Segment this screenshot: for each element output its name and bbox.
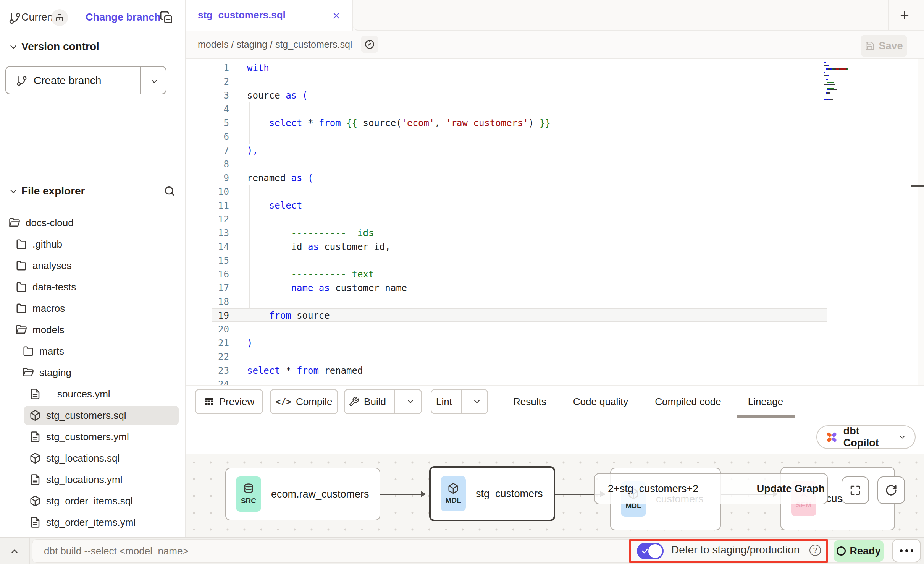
refresh-button[interactable] (877, 476, 905, 504)
preview-label: Preview (219, 396, 254, 408)
file-tree-label: stg_locations.sql (46, 452, 120, 464)
code-editor[interactable]: 1with23source as (45 select * from {{ so… (186, 59, 924, 385)
lint-dropdown[interactable] (467, 397, 487, 406)
new-tab-plus-icon[interactable] (899, 10, 910, 21)
compass-icon (364, 39, 375, 50)
save-button[interactable]: Save (861, 35, 907, 57)
file-tree-item-stg-customers-yml[interactable]: stg_customers.yml (0, 426, 186, 447)
fullscreen-button[interactable] (842, 476, 869, 504)
file-tree-item-stg-locations-yml[interactable]: stg_locations.yml (0, 469, 186, 490)
close-icon[interactable] (331, 11, 341, 21)
file-tree-label: docs-cloud (26, 217, 74, 229)
wrench-icon (349, 396, 359, 407)
line-number: 17 (193, 281, 229, 295)
toolbar-divider (493, 387, 493, 417)
file-tree-item-stg-order-items-sql[interactable]: stg_order_items.sql (0, 490, 186, 512)
file-tree-label: __sources.yml (46, 388, 110, 400)
code-text: renamed as ( (247, 171, 313, 185)
code-line-10: 10 (186, 185, 924, 199)
code-line-2: 2 (186, 75, 924, 89)
tab-strip (353, 0, 924, 31)
tab-lineage[interactable]: Lineage (748, 386, 783, 418)
code-line-15: 15 (186, 254, 924, 267)
file-tree-item-docs-cloud[interactable]: docs-cloud (0, 212, 186, 233)
lineage-node-source[interactable]: SRC ecom.raw_customers (225, 468, 380, 520)
file-tree-item-macros[interactable]: macros (0, 298, 186, 319)
update-graph-button[interactable]: Update Graph (754, 474, 827, 504)
tab-results[interactable]: Results (513, 386, 546, 418)
file-icon (29, 517, 41, 528)
file-tree-item--github[interactable]: .github (0, 233, 186, 255)
code-line-5: 5 select * from {{ source('ecom', 'raw_c… (186, 116, 924, 130)
preview-button[interactable]: Preview (195, 389, 263, 414)
code-text: ), (247, 144, 258, 157)
model-icon (29, 495, 41, 507)
code-text: with (247, 61, 269, 75)
file-tree-label: stg_customers.yml (46, 431, 129, 443)
file-explorer-header[interactable]: File explorer (0, 183, 185, 199)
tab-code-quality[interactable]: Code quality (573, 386, 628, 418)
file-tree-item-staging[interactable]: staging (0, 362, 186, 383)
copilot-compass-button[interactable] (361, 36, 378, 53)
tabbar-divider (888, 0, 889, 31)
line-number: 14 (193, 240, 229, 254)
code-text: from source (247, 309, 330, 323)
code-line-18: 18 (186, 295, 924, 309)
file-icon (29, 388, 41, 400)
lint-button[interactable]: Lint (431, 389, 488, 414)
file-tree-item-data-tests[interactable]: data-tests (0, 276, 186, 298)
src-badge: SRC (236, 476, 261, 512)
sidebar: Current Change branch Version control Cr… (0, 0, 186, 537)
more-options-button[interactable] (892, 539, 921, 562)
build-button[interactable]: Build (344, 389, 422, 414)
search-icon[interactable] (163, 185, 176, 197)
file-tree-item-models[interactable]: models (0, 319, 186, 340)
line-number: 24 (193, 378, 229, 385)
file-tree-label: stg_customers.sql (46, 410, 126, 421)
file-tree-label: stg_order_items.sql (46, 495, 133, 507)
copy-branch-icon[interactable] (160, 11, 173, 24)
line-number: 1 (193, 61, 229, 75)
line-number: 20 (193, 323, 229, 336)
file-tree-item-stg-order-items-yml[interactable]: stg_order_items.yml (0, 512, 186, 533)
help-question-icon[interactable]: ? (809, 545, 821, 556)
lineage-canvas[interactable]: SRC ecom.raw_customers MDL stg_customers… (186, 454, 924, 537)
defer-toggle[interactable] (637, 543, 664, 559)
line-number: 22 (193, 350, 229, 364)
line-number: 19 (193, 309, 229, 323)
code-text: name as customer_name (247, 281, 407, 295)
tab-stg-customers[interactable]: stg_customers.sql (186, 0, 353, 31)
chevron-down-icon (898, 433, 906, 442)
status-bar: dbt build --select <model_name> Defer to… (0, 537, 924, 564)
compile-button[interactable]: </> Compile (270, 389, 338, 414)
breadcrumb-row: models / staging / stg_customers.sql Sav… (186, 31, 924, 59)
code-line-14: 14 id as customer_id, (186, 240, 924, 254)
file-tree-item-stg-customers-sql[interactable]: stg_customers.sql (0, 405, 186, 426)
file-tree-item--sources-yml[interactable]: __sources.yml (0, 383, 186, 405)
save-icon (865, 41, 875, 51)
create-branch-button[interactable]: Create branch (5, 66, 166, 94)
file-icon (29, 474, 41, 485)
dbt-copilot-logo-icon (825, 430, 838, 444)
code-line-9: 9renamed as ( (186, 171, 924, 185)
folder-icon (16, 281, 27, 293)
code-line-12: 12 (186, 212, 924, 226)
line-number: 23 (193, 364, 229, 378)
change-branch-link[interactable]: Change branch (86, 11, 161, 23)
file-tree-label: .github (32, 238, 62, 250)
file-tree-item-stg-locations-sql[interactable]: stg_locations.sql (0, 447, 186, 469)
line-number: 6 (193, 130, 229, 144)
build-dropdown[interactable] (400, 397, 421, 406)
code-line-13: 13 ---------- ids (186, 226, 924, 240)
dbt-copilot-button[interactable]: dbt Copilot (816, 425, 916, 449)
create-branch-dropdown[interactable] (150, 77, 159, 86)
file-tree-item-marts[interactable]: marts (0, 340, 186, 362)
chevron-up-icon[interactable] (9, 546, 20, 557)
lineage-selector-input[interactable]: 2+stg_customers+2 (595, 474, 754, 504)
version-control-header[interactable]: Version control (0, 38, 185, 55)
git-branch-icon (8, 12, 21, 25)
code-text: id as customer_id, (247, 240, 391, 254)
file-tree-item-analyses[interactable]: analyses (0, 255, 186, 276)
lineage-node-stg-customers[interactable]: MDL stg_customers (429, 466, 555, 521)
tab-compiled-code[interactable]: Compiled code (655, 386, 721, 418)
